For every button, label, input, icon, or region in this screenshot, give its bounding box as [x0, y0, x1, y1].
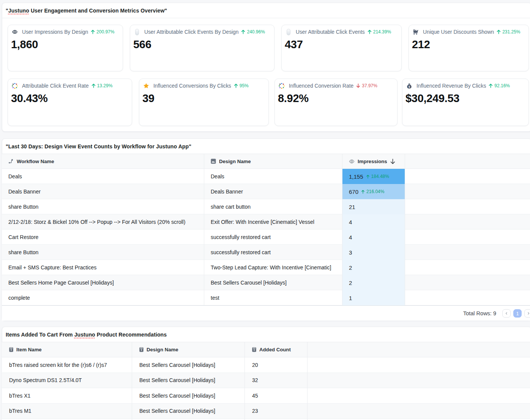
svg-text:$: $	[409, 85, 410, 88]
